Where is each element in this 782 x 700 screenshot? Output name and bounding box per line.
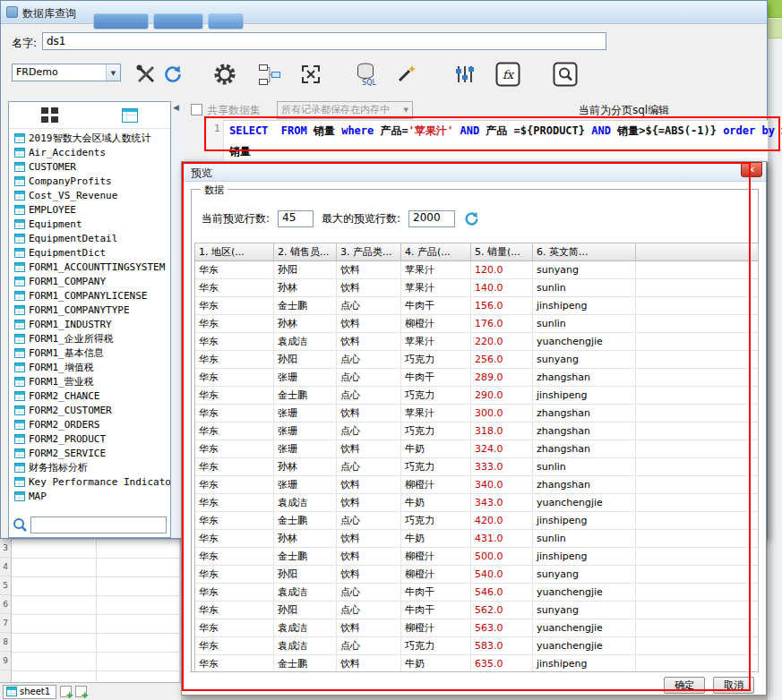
sql-text-line2[interactable]: 销量 (229, 144, 251, 159)
add-chart-sheet-icon[interactable] (75, 686, 87, 697)
table-list-item[interactable]: FORM2_PRODUCT (9, 431, 170, 446)
table-row[interactable]: 华东袁成洁点心巧克力583.0yuanchengjie (195, 637, 758, 655)
table-list-item[interactable]: FORM1_基本信息 (9, 346, 170, 360)
table-list-item[interactable]: FORM2_ORDERS (9, 417, 170, 431)
table-row[interactable]: 华东金士鹏点心巧克力290.0jinshipeng (195, 387, 758, 405)
magic-wand-icon[interactable] (393, 62, 418, 87)
sql-database-icon[interactable]: SQL (354, 62, 379, 87)
sheet-tab[interactable]: sheet1 (3, 685, 56, 699)
table-row[interactable]: 华东张珊点心巧克力318.0zhangshan (195, 423, 758, 440)
table-row[interactable]: 华东金士鹏点心牛肉干156.0jinshipeng (195, 297, 758, 315)
table-row[interactable]: 华东孙阳饮料柳橙汁540.0sunyang (195, 566, 758, 584)
background-spreadsheet-cell (768, 0, 782, 18)
column-header[interactable]: 1. 地区(... (195, 243, 274, 260)
maximize-icon[interactable] (298, 62, 323, 87)
table-list-item[interactable]: Air_Accidents (9, 145, 170, 159)
table-list-item[interactable]: EMPLOYEE (9, 202, 170, 217)
parameters-icon[interactable] (452, 62, 477, 87)
settings-gear-icon[interactable] (212, 62, 237, 87)
table-list-item[interactable]: Cost_VS_Revenue (9, 188, 170, 202)
table-list-item[interactable]: MAP (9, 489, 170, 503)
table-row[interactable]: 华东袁成洁饮料柳橙汁563.0yuanchengjie (195, 619, 758, 637)
tables-view-icon[interactable] (41, 107, 58, 123)
table-row[interactable]: 华东孙林饮料柳橙汁176.0sunlin (195, 315, 758, 333)
table-list-item[interactable]: FORM1_INDUSTRY (9, 317, 170, 331)
current-rows-label: 当前预览行数: (202, 211, 270, 226)
table-row[interactable]: 华东孙阳点心巧克力256.0sunyang (195, 351, 758, 369)
table-cell: 袁成洁 (274, 494, 337, 511)
table-list-item[interactable]: FORM1_ACCOUNTTINGSYSTEM (9, 260, 170, 274)
table-cell: sunyang (533, 602, 636, 619)
table-row[interactable]: 华东金士鹏点心巧克力420.0jinshipeng (195, 512, 758, 530)
table-list-item[interactable]: FORM2_CUSTOMER (9, 403, 170, 417)
table-row[interactable]: 华东袁成洁点心牛肉干546.0yuanchengjie (195, 584, 758, 602)
sql-text-line1[interactable]: SELECT FROM 销量 where 产品='苹果汁' AND 产品 =${… (229, 124, 782, 139)
table-row[interactable]: 华东金士鹏饮料牛奶635.0jinshipeng (195, 655, 758, 672)
table-row[interactable]: 华东孙阳点心牛肉干562.0sunyang (195, 602, 758, 619)
table-row[interactable]: 华东金士鹏饮料柳橙汁500.0jinshipeng (195, 548, 758, 566)
table-cell: 孙阳 (274, 351, 337, 368)
preview-search-icon[interactable] (553, 62, 578, 87)
add-grid-sheet-icon[interactable] (60, 686, 72, 697)
table-list-item[interactable]: FORM2_CHANCE (9, 388, 170, 403)
share-dataset-checkbox[interactable] (191, 104, 202, 115)
column-header[interactable]: 5. 销量(... (471, 243, 533, 260)
table-icon (14, 391, 25, 401)
table-list-item[interactable]: 2019智数大会区域人数统计 (9, 131, 170, 145)
table-row[interactable]: 华东孙林饮料苹果汁140.0sunlin (195, 279, 758, 297)
storage-option-select[interactable]: 所有记录都保存在内存中 (277, 101, 413, 119)
table-cell: 牛奶 (401, 530, 471, 547)
table-row[interactable]: 华东张珊饮料苹果汁300.0zhangshan (195, 405, 758, 423)
table-relation-icon[interactable] (257, 62, 282, 87)
table-list-item[interactable]: FORM1_COMPANYLICENSE (9, 288, 170, 303)
table-row[interactable]: 华东孙林饮料牛奶431.0sunlin (195, 530, 758, 548)
table-list-item[interactable]: FORM2_SERVICE (9, 446, 170, 460)
table-list-item[interactable]: EquipmentDetail (9, 231, 170, 245)
column-header[interactable]: 3. 产品类... (337, 243, 401, 260)
table-list-item[interactable]: FORM1_COMPANY (9, 274, 170, 288)
collapse-panel-icon[interactable]: ◀ (173, 103, 179, 112)
table-list-item[interactable]: Key Performance Indicator (9, 474, 170, 489)
datasource-select[interactable]: FRDemo (12, 64, 121, 81)
table-list-item[interactable]: EquipmentDict (9, 245, 170, 260)
table-icon (14, 477, 25, 487)
table-row[interactable]: 华东袁成洁饮料牛奶343.0yuanchengjie (195, 494, 758, 512)
table-row[interactable]: 华东孙林点心巧克力333.0sunlin (195, 458, 758, 476)
function-fx-icon[interactable]: fx (495, 62, 520, 87)
table-search-input[interactable] (30, 516, 167, 534)
table-icon (14, 420, 25, 430)
table-row[interactable]: 华东张珊饮料柳橙汁340.0zhangshan (195, 476, 758, 494)
table-row[interactable]: 华东张珊点心牛肉干289.0zhangshan (195, 369, 758, 387)
table-row[interactable]: 华东张珊饮料牛奶324.0zhangshan (195, 440, 758, 458)
table-list-item[interactable]: FORM1_增值税 (9, 360, 170, 374)
table-list-item[interactable]: FORM1_企业所得税 (9, 331, 170, 346)
table-list-item[interactable]: CUSTOMER (9, 159, 170, 174)
table-row[interactable]: 华东袁成洁饮料苹果汁220.0yuanchengjie (195, 333, 758, 351)
table-cell: 176.0 (471, 315, 533, 332)
table-icon (14, 191, 25, 201)
column-header[interactable]: 4. 产品(... (401, 243, 471, 260)
table-list-item[interactable]: 财务指标分析 (9, 460, 170, 474)
views-view-icon[interactable] (122, 108, 138, 123)
table-list-item[interactable]: FORM1_COMPANYTYPE (9, 303, 170, 317)
refresh-icon[interactable] (160, 62, 185, 87)
close-icon[interactable]: ✕ (741, 162, 762, 177)
table-row[interactable]: 华东孙阳饮料苹果汁120.0sunyang (195, 261, 758, 279)
table-cell: 牛奶 (401, 494, 471, 511)
max-rows-input[interactable]: 2000 (408, 210, 455, 227)
table-cell: 华东 (195, 512, 274, 529)
table-cell: jinshipeng (533, 387, 636, 404)
cancel-button[interactable]: 取消 (713, 677, 754, 694)
spreadsheet-gridline (12, 539, 181, 540)
edit-tools-icon[interactable] (133, 62, 159, 87)
column-header[interactable]: 2. 销售员... (274, 243, 337, 260)
table-list-item[interactable]: Equipment (9, 217, 170, 231)
ok-button[interactable]: 确定 (664, 677, 705, 694)
dataset-name-input[interactable]: ds1 (42, 32, 606, 50)
table-list-item[interactable]: FORM1_营业税 (9, 374, 170, 388)
table-list-item[interactable]: CompanyProfits (9, 174, 170, 188)
column-header[interactable]: 6. 英文简... (533, 243, 636, 260)
refresh-preview-icon[interactable] (463, 210, 480, 227)
current-rows-input[interactable]: 45 (278, 210, 314, 227)
preview-titlebar[interactable]: 预览 ✕ (182, 162, 766, 182)
